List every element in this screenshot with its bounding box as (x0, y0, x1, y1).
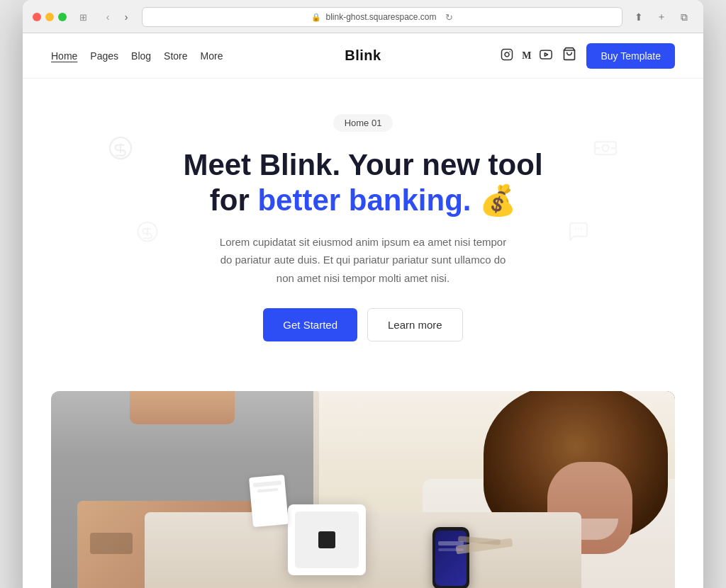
learn-more-button[interactable]: Learn more (367, 308, 463, 341)
nav-more[interactable]: More (201, 50, 223, 62)
browser-window: ⊞ ‹ › 🔒 blink-ghost.squarespace.com ↻ ⬆ … (23, 0, 703, 588)
lock-icon: 🔒 (311, 13, 321, 22)
share-button[interactable]: ⬆ (630, 8, 648, 26)
minimize-button[interactable] (45, 13, 54, 21)
deco-dollar-top-left (108, 135, 133, 166)
medium-icon[interactable]: M (522, 50, 531, 62)
site-navigation: Home Pages Blog Store More Blink M (23, 33, 703, 79)
tabs-button[interactable]: ⧉ (675, 8, 693, 26)
nav-home[interactable]: Home (51, 50, 77, 62)
nav-store[interactable]: Store (164, 50, 187, 62)
instagram-icon[interactable] (501, 48, 513, 63)
deco-chat-mid-right (567, 220, 590, 249)
new-tab-button[interactable]: ＋ (652, 8, 671, 26)
traffic-lights (33, 13, 67, 21)
nav-pages[interactable]: Pages (90, 50, 118, 62)
site-logo[interactable]: Blink (345, 47, 381, 64)
address-bar[interactable]: 🔒 blink-ghost.squarespace.com ↻ (142, 7, 622, 27)
hero-title-line2-start: for (210, 183, 258, 217)
close-button[interactable] (33, 13, 41, 21)
deco-money-top-right (593, 135, 618, 166)
hero-badge: Home 01 (333, 114, 393, 132)
website-content: Home Pages Blog Store More Blink M (23, 33, 703, 588)
hero-section: Home 01 Meet Blink. Your new tool for be… (23, 79, 703, 384)
svg-marker-2 (545, 52, 548, 56)
hero-title-emoji: 💰 (471, 183, 517, 217)
hero-image (51, 391, 675, 588)
sidebar-toggle[interactable]: ⊞ (74, 10, 92, 24)
nav-right: M Buy Template (501, 43, 675, 69)
buy-template-button[interactable]: Buy Template (586, 43, 675, 69)
hero-buttons: Get Started Learn more (51, 308, 675, 341)
back-button[interactable]: ‹ (99, 9, 116, 26)
reload-icon: ↻ (445, 12, 453, 23)
hero-title-line1: Meet Blink. Your new tool (183, 148, 542, 181)
banking-photo (51, 391, 675, 588)
get-started-button[interactable]: Get Started (263, 308, 357, 341)
svg-rect-0 (502, 50, 513, 60)
hero-title: Meet Blink. Your new tool for better ban… (157, 147, 569, 219)
forward-button[interactable]: › (118, 9, 135, 26)
browser-actions: ⬆ ＋ ⧉ (630, 8, 693, 26)
deco-dollar-mid-left (136, 220, 159, 249)
browser-chrome: ⊞ ‹ › 🔒 blink-ghost.squarespace.com ↻ ⬆ … (23, 0, 703, 33)
url-text: blink-ghost.squarespace.com (325, 12, 436, 22)
youtube-icon[interactable] (540, 48, 552, 64)
navigation-buttons: ‹ › (99, 9, 135, 26)
nav-blog[interactable]: Blog (131, 50, 151, 62)
maximize-button[interactable] (58, 13, 67, 21)
hero-title-blue: better banking. (257, 183, 471, 217)
cart-icon[interactable] (562, 47, 576, 64)
nav-links: Home Pages Blog Store More (51, 50, 223, 62)
svg-point-9 (603, 145, 609, 152)
hero-subtitle: Lorem cupidatat sit eiusmod anim ipsum e… (214, 233, 512, 288)
social-icons: M (501, 48, 552, 64)
